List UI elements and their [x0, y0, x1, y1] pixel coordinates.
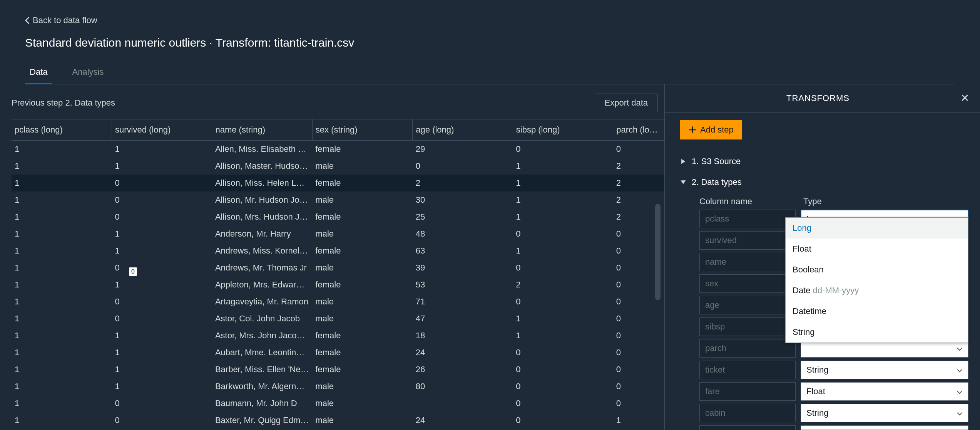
- table-cell: Barber, Miss. Ellen 'Nellie': [212, 361, 312, 378]
- type-select[interactable]: String: [801, 361, 968, 379]
- table-cell: 2: [513, 276, 613, 293]
- table-cell: 0: [613, 395, 664, 412]
- step-label: 1. S3 Source: [692, 156, 741, 166]
- table-cell: 0: [613, 378, 664, 395]
- table-cell: female: [312, 175, 412, 191]
- table-row[interactable]: 11Barber, Miss. Ellen 'Nellie'female2600: [12, 361, 664, 378]
- caret-right-icon: [680, 158, 686, 165]
- table-cell: 1: [12, 293, 112, 310]
- data-table: pclass (long)survived (long)name (string…: [12, 119, 664, 430]
- column-header[interactable]: pclass (long): [12, 119, 112, 141]
- table-cell: 0: [112, 293, 212, 310]
- table-cell: 1: [112, 378, 212, 395]
- column-name-field: sex: [699, 274, 796, 293]
- type-select[interactable]: Float: [801, 382, 968, 401]
- tab-data[interactable]: Data: [25, 61, 52, 84]
- column-name-field: parch: [699, 339, 796, 358]
- table-cell: male: [312, 310, 412, 327]
- transforms-panel: TRANSFORMS ✕ Add step 1. S3 Source 2. Da…: [664, 84, 980, 430]
- column-name-field: embarked: [699, 425, 796, 430]
- table-cell: 1: [613, 412, 664, 429]
- column-header[interactable]: sex (string): [312, 119, 412, 141]
- table-row[interactable]: 10Allison, Miss. Helen Lor…female212: [12, 175, 664, 191]
- table-cell: 0: [112, 412, 212, 429]
- plus-icon: [689, 126, 696, 134]
- dropdown-option[interactable]: Float: [786, 239, 968, 259]
- column-header[interactable]: sibsp (long): [513, 119, 613, 141]
- table-row[interactable]: 10Artagaveytia, Mr. Ramonmale7100: [12, 293, 664, 310]
- table-cell: 0: [513, 293, 613, 310]
- dropdown-option[interactable]: Date dd-MM-yyyy: [786, 280, 968, 301]
- close-icon[interactable]: ✕: [960, 93, 969, 104]
- table-cell: male: [312, 191, 412, 208]
- table-cell: 0: [513, 361, 613, 378]
- table-cell: 0: [112, 259, 212, 276]
- table-row[interactable]: 11Andrews, Miss. Kornelia…female6310: [12, 242, 664, 259]
- dropdown-option[interactable]: Datetime: [786, 301, 968, 322]
- type-dropdown[interactable]: LongFloatBooleanDate dd-MM-yyyyDatetimeS…: [785, 217, 968, 343]
- table-row[interactable]: 10Allison, Mrs. Hudson J C…female2512: [12, 208, 664, 225]
- table-cell: 0: [513, 395, 613, 412]
- table-cell: 0: [513, 429, 613, 430]
- column-name-field: age: [699, 296, 796, 314]
- table-cell: male: [312, 395, 412, 412]
- table-row[interactable]: 10Allison, Mr. Hudson Jos…male3012: [12, 191, 664, 208]
- type-value: Float: [806, 386, 825, 396]
- table-cell: 0: [513, 378, 613, 395]
- back-link-label: Back to data flow: [33, 15, 97, 25]
- table-cell: 1: [613, 429, 664, 430]
- table-cell: female: [312, 276, 412, 293]
- column-header[interactable]: parch (long): [613, 119, 664, 141]
- table-row[interactable]: 11Appleton, Mrs. Edward …female5320: [12, 276, 664, 293]
- table-row[interactable]: 11Aubart, Mme. Leontine …female2400: [12, 344, 664, 361]
- dropdown-option[interactable]: Long: [786, 218, 968, 239]
- table-row[interactable]: 11Astor, Mrs. John Jacob (…female1810: [12, 327, 664, 344]
- table-cell: 1: [12, 327, 112, 344]
- dropdown-option[interactable]: String: [786, 322, 968, 343]
- table-cell: 0: [613, 361, 664, 378]
- table-cell: 80: [413, 378, 513, 395]
- column-header[interactable]: survived (long): [112, 119, 212, 141]
- table-row[interactable]: 10Astor, Col. John Jacobmale4710: [12, 310, 664, 327]
- type-select[interactable]: String: [801, 404, 968, 422]
- table-row[interactable]: 10Baumann, Mr. John Dmale00: [12, 395, 664, 412]
- table-row[interactable]: 10Andrews, Mr. Thomas Jrmale3900: [12, 259, 664, 276]
- step-label: 2. Data types: [692, 177, 742, 187]
- column-header[interactable]: name (string): [212, 119, 312, 141]
- table-cell: 30: [413, 191, 513, 208]
- table-cell: female: [312, 361, 412, 378]
- table-cell: male: [312, 412, 412, 429]
- vertical-scrollbar[interactable]: [655, 204, 661, 300]
- dropdown-option[interactable]: Boolean: [786, 259, 968, 280]
- table-cell: female: [312, 344, 412, 361]
- table-cell: 1: [112, 327, 212, 344]
- table-row[interactable]: 11Allison, Master. Hudson…male012: [12, 158, 664, 175]
- table-cell: 0: [513, 344, 613, 361]
- column-header[interactable]: age (long): [413, 119, 513, 141]
- add-step-button[interactable]: Add step: [680, 120, 742, 139]
- back-link[interactable]: Back to data flow: [25, 15, 955, 25]
- table-cell: 1: [12, 344, 112, 361]
- table-cell: 1: [12, 242, 112, 259]
- table-cell: Barkworth, Mr. Algerno…: [212, 378, 312, 395]
- table-cell: Aubart, Mme. Leontine …: [212, 344, 312, 361]
- table-cell: female: [312, 208, 412, 225]
- table-cell: Artagaveytia, Mr. Ramon: [212, 293, 312, 310]
- table-row[interactable]: 10Baxter, Mr. Quigg Edmo…male2401: [12, 412, 664, 429]
- table-row[interactable]: 11Barkworth, Mr. Algerno…male8000: [12, 378, 664, 395]
- table-cell: 26: [413, 361, 513, 378]
- table-row[interactable]: 11Allen, Miss. Elisabeth W…female2900: [12, 141, 664, 158]
- table-cell: Baxter, Mr. Quigg Edmo…: [212, 412, 312, 429]
- tab-analysis[interactable]: Analysis: [67, 61, 108, 84]
- table-cell: female: [312, 242, 412, 259]
- step-s3-source[interactable]: 1. S3 Source: [680, 151, 968, 172]
- chevron-down-icon: [957, 365, 963, 375]
- export-data-button[interactable]: Export data: [595, 94, 657, 112]
- table-row[interactable]: 11Baxter, Mrs. James (Hel…female5001: [12, 429, 664, 430]
- table-row[interactable]: 11Anderson, Mr. Harrymale4800: [12, 225, 664, 242]
- step-data-types[interactable]: 2. Data types: [680, 172, 968, 193]
- table-cell: 25: [413, 208, 513, 225]
- type-select[interactable]: String: [801, 425, 968, 430]
- table-cell: 1: [112, 242, 212, 259]
- table-cell: 63: [413, 242, 513, 259]
